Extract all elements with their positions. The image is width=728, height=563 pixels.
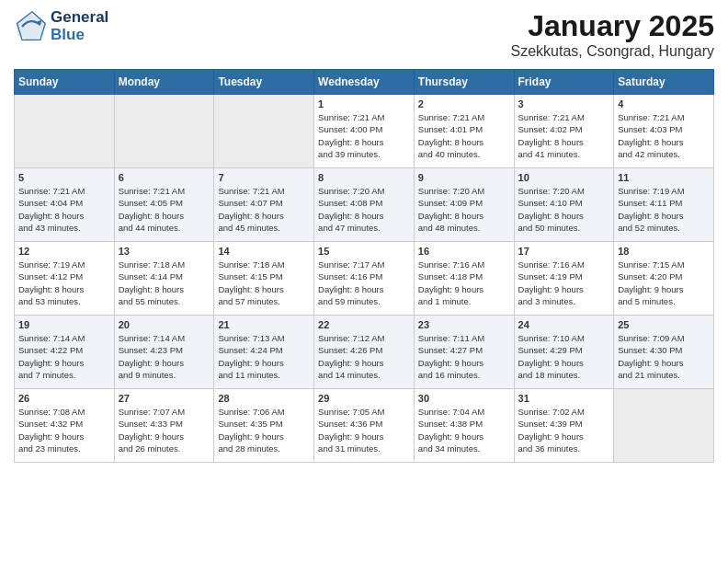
calendar-cell: 19Sunrise: 7:14 AM Sunset: 4:22 PM Dayli… <box>15 316 115 389</box>
calendar-cell: 11Sunrise: 7:19 AM Sunset: 4:11 PM Dayli… <box>614 168 714 242</box>
calendar-cell: 25Sunrise: 7:09 AM Sunset: 4:30 PM Dayli… <box>614 316 714 389</box>
calendar-week-row: 19Sunrise: 7:14 AM Sunset: 4:22 PM Dayli… <box>15 316 714 389</box>
calendar-cell: 17Sunrise: 7:16 AM Sunset: 4:19 PM Dayli… <box>514 242 614 316</box>
day-info: Sunrise: 7:21 AM Sunset: 4:04 PM Dayligh… <box>18 185 110 234</box>
day-number: 17 <box>518 246 610 257</box>
day-info: Sunrise: 7:14 AM Sunset: 4:23 PM Dayligh… <box>119 332 210 381</box>
day-number: 21 <box>218 319 310 330</box>
day-info: Sunrise: 7:04 AM Sunset: 4:38 PM Dayligh… <box>418 406 510 454</box>
calendar-cell: 16Sunrise: 7:16 AM Sunset: 4:18 PM Dayli… <box>414 242 514 316</box>
day-info: Sunrise: 7:05 AM Sunset: 4:36 PM Dayligh… <box>318 406 410 454</box>
day-info: Sunrise: 7:09 AM Sunset: 4:30 PM Dayligh… <box>618 332 710 381</box>
day-number: 13 <box>119 246 210 257</box>
calendar-page: General Blue January 2025 Szekkutas, Cso… <box>0 0 728 472</box>
calendar-cell: 21Sunrise: 7:13 AM Sunset: 4:24 PM Dayli… <box>214 316 314 389</box>
day-number: 22 <box>318 319 410 330</box>
day-info: Sunrise: 7:21 AM Sunset: 4:05 PM Dayligh… <box>119 185 210 234</box>
calendar-cell: 26Sunrise: 7:08 AM Sunset: 4:32 PM Dayli… <box>15 389 115 463</box>
day-info: Sunrise: 7:21 AM Sunset: 4:01 PM Dayligh… <box>418 111 510 160</box>
day-info: Sunrise: 7:18 AM Sunset: 4:14 PM Dayligh… <box>119 259 210 307</box>
calendar-cell: 6Sunrise: 7:21 AM Sunset: 4:05 PM Daylig… <box>114 168 214 242</box>
weekday-header-tuesday: Tuesday <box>214 70 314 95</box>
day-info: Sunrise: 7:06 AM Sunset: 4:35 PM Dayligh… <box>218 406 310 454</box>
day-info: Sunrise: 7:14 AM Sunset: 4:22 PM Dayligh… <box>18 332 110 381</box>
calendar-cell: 12Sunrise: 7:19 AM Sunset: 4:12 PM Dayli… <box>15 242 115 316</box>
calendar-title: January 2025 <box>511 9 714 43</box>
day-number: 28 <box>218 393 310 404</box>
weekday-header-sunday: Sunday <box>15 70 115 95</box>
calendar-cell: 28Sunrise: 7:06 AM Sunset: 4:35 PM Dayli… <box>214 389 314 463</box>
day-number: 31 <box>518 393 610 404</box>
day-info: Sunrise: 7:18 AM Sunset: 4:15 PM Dayligh… <box>218 259 310 307</box>
day-number: 23 <box>418 319 510 330</box>
calendar-cell: 30Sunrise: 7:04 AM Sunset: 4:38 PM Dayli… <box>414 389 514 463</box>
calendar-week-row: 1Sunrise: 7:21 AM Sunset: 4:00 PM Daylig… <box>15 95 714 168</box>
day-number: 27 <box>119 393 210 404</box>
day-info: Sunrise: 7:02 AM Sunset: 4:39 PM Dayligh… <box>518 406 610 454</box>
day-number: 30 <box>418 393 510 404</box>
calendar-cell: 1Sunrise: 7:21 AM Sunset: 4:00 PM Daylig… <box>314 95 415 168</box>
day-info: Sunrise: 7:21 AM Sunset: 4:02 PM Dayligh… <box>518 111 610 160</box>
day-info: Sunrise: 7:21 AM Sunset: 4:03 PM Dayligh… <box>618 111 710 160</box>
calendar-cell: 15Sunrise: 7:17 AM Sunset: 4:16 PM Dayli… <box>314 242 415 316</box>
day-info: Sunrise: 7:20 AM Sunset: 4:08 PM Dayligh… <box>318 185 410 234</box>
weekday-header-saturday: Saturday <box>614 70 714 95</box>
calendar-week-row: 26Sunrise: 7:08 AM Sunset: 4:32 PM Dayli… <box>15 389 714 463</box>
day-info: Sunrise: 7:13 AM Sunset: 4:24 PM Dayligh… <box>218 332 310 381</box>
day-number: 2 <box>418 98 510 109</box>
calendar-table: SundayMondayTuesdayWednesdayThursdayFrid… <box>14 69 714 463</box>
calendar-cell: 14Sunrise: 7:18 AM Sunset: 4:15 PM Dayli… <box>214 242 314 316</box>
calendar-cell: 5Sunrise: 7:21 AM Sunset: 4:04 PM Daylig… <box>15 168 115 242</box>
day-number: 1 <box>318 98 410 109</box>
day-number: 25 <box>618 319 710 330</box>
calendar-cell: 4Sunrise: 7:21 AM Sunset: 4:03 PM Daylig… <box>614 95 714 168</box>
calendar-cell <box>114 95 214 168</box>
day-number: 9 <box>418 172 510 183</box>
day-info: Sunrise: 7:21 AM Sunset: 4:07 PM Dayligh… <box>218 185 310 234</box>
calendar-cell <box>15 95 115 168</box>
calendar-cell: 9Sunrise: 7:20 AM Sunset: 4:09 PM Daylig… <box>414 168 514 242</box>
logo-icon <box>14 10 47 43</box>
calendar-cell: 2Sunrise: 7:21 AM Sunset: 4:01 PM Daylig… <box>414 95 514 168</box>
day-number: 24 <box>518 319 610 330</box>
calendar-cell: 29Sunrise: 7:05 AM Sunset: 4:36 PM Dayli… <box>314 389 415 463</box>
weekday-header-wednesday: Wednesday <box>314 70 415 95</box>
calendar-cell: 18Sunrise: 7:15 AM Sunset: 4:20 PM Dayli… <box>614 242 714 316</box>
weekday-header-friday: Friday <box>514 70 614 95</box>
day-info: Sunrise: 7:20 AM Sunset: 4:09 PM Dayligh… <box>418 185 510 234</box>
day-info: Sunrise: 7:11 AM Sunset: 4:27 PM Dayligh… <box>418 332 510 381</box>
calendar-cell: 20Sunrise: 7:14 AM Sunset: 4:23 PM Dayli… <box>114 316 214 389</box>
weekday-header-monday: Monday <box>114 70 214 95</box>
day-number: 10 <box>518 172 610 183</box>
day-info: Sunrise: 7:12 AM Sunset: 4:26 PM Dayligh… <box>318 332 410 381</box>
header: General Blue January 2025 Szekkutas, Cso… <box>14 9 714 60</box>
day-info: Sunrise: 7:07 AM Sunset: 4:33 PM Dayligh… <box>119 406 210 454</box>
calendar-week-row: 5Sunrise: 7:21 AM Sunset: 4:04 PM Daylig… <box>15 168 714 242</box>
calendar-cell: 24Sunrise: 7:10 AM Sunset: 4:29 PM Dayli… <box>514 316 614 389</box>
day-number: 15 <box>318 246 410 257</box>
title-block: January 2025 Szekkutas, Csongrad, Hungar… <box>511 9 714 60</box>
calendar-week-row: 12Sunrise: 7:19 AM Sunset: 4:12 PM Dayli… <box>15 242 714 316</box>
day-number: 26 <box>18 393 110 404</box>
calendar-cell: 13Sunrise: 7:18 AM Sunset: 4:14 PM Dayli… <box>114 242 214 316</box>
day-number: 18 <box>618 246 710 257</box>
day-info: Sunrise: 7:16 AM Sunset: 4:18 PM Dayligh… <box>418 259 510 307</box>
day-number: 7 <box>218 172 310 183</box>
day-number: 29 <box>318 393 410 404</box>
day-number: 3 <box>518 98 610 109</box>
day-info: Sunrise: 7:19 AM Sunset: 4:12 PM Dayligh… <box>18 259 110 307</box>
day-number: 8 <box>318 172 410 183</box>
day-number: 4 <box>618 98 710 109</box>
day-number: 20 <box>119 319 210 330</box>
calendar-cell: 8Sunrise: 7:20 AM Sunset: 4:08 PM Daylig… <box>314 168 415 242</box>
logo-blue: Blue <box>51 26 85 43</box>
day-info: Sunrise: 7:17 AM Sunset: 4:16 PM Dayligh… <box>318 259 410 307</box>
logo-general: General <box>51 8 108 26</box>
day-number: 6 <box>119 172 210 183</box>
day-info: Sunrise: 7:21 AM Sunset: 4:00 PM Dayligh… <box>318 111 410 160</box>
day-info: Sunrise: 7:08 AM Sunset: 4:32 PM Dayligh… <box>18 406 110 454</box>
day-number: 11 <box>618 172 710 183</box>
calendar-cell <box>614 389 714 463</box>
day-number: 12 <box>18 246 110 257</box>
logo: General Blue <box>14 9 108 43</box>
